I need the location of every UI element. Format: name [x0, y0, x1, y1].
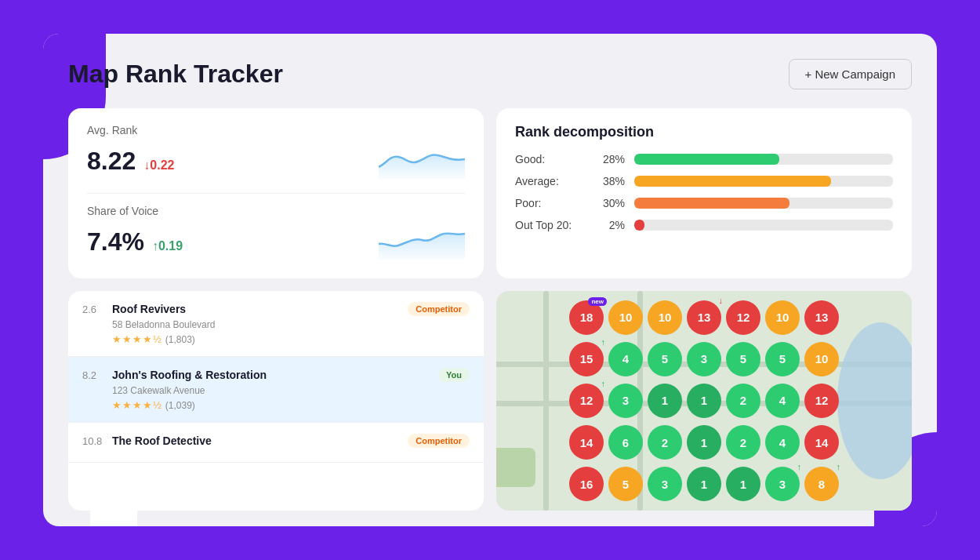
avg-rank-sparkline — [379, 140, 465, 182]
biz-name: Roof Revivers — [112, 303, 400, 315]
page-title: Map Rank Tracker — [68, 60, 283, 89]
biz-badge: You — [438, 368, 470, 382]
biz-reviews: (1,803) — [165, 334, 195, 345]
map-dot: 1 — [687, 384, 721, 418]
map-dot: 10 — [804, 342, 839, 376]
business-list-item[interactable]: 8.2 John's Roofing & Restoration You 123… — [68, 357, 484, 423]
business-list-item[interactable]: 10.8 The Roof Detective Competitor — [68, 423, 484, 463]
map-dot: 1 — [648, 384, 682, 418]
biz-badge: Competitor — [408, 434, 470, 448]
decomp-bar-fill — [634, 198, 789, 209]
rank-decomp-title: Rank decomposition — [515, 124, 893, 140]
avg-rank-value-row: 8.22 ↓0.22 — [87, 147, 174, 176]
map-dot-arrow-down: ↓ — [719, 296, 724, 305]
avg-rank-change: ↓0.22 — [143, 158, 174, 173]
map-dot: 2 — [726, 384, 760, 418]
map-dot: 3 — [608, 384, 643, 418]
map-dot: 14 — [569, 425, 604, 460]
map-dot: 6 — [608, 425, 643, 460]
map-dot: 4 — [765, 384, 800, 418]
content-grid: Avg. Rank 8.22 ↓0.22 — [68, 108, 912, 511]
map-dot: 14 — [804, 425, 839, 460]
map-dot: 10 — [608, 300, 643, 335]
share-of-voice-change: ↑0.19 — [152, 239, 183, 253]
decomp-bar-track — [634, 176, 893, 187]
biz-stars: ★★★★½ — [112, 399, 162, 411]
header-row: Map Rank Tracker + New Campaign — [68, 59, 912, 89]
avg-rank-label: Avg. Rank — [87, 124, 465, 136]
biz-stars-row: ★★★★½ (1,039) — [112, 399, 470, 411]
map-dot: 16 — [569, 467, 604, 501]
decomp-row: Average: 38% — [515, 175, 893, 187]
biz-address: 58 Beladonna Boulevard — [112, 319, 470, 330]
map-dot: 3↑ — [765, 467, 800, 501]
map-dot-arrow-up: ↑ — [837, 462, 841, 471]
avg-rank-value: 8.22 — [87, 147, 136, 176]
biz-badge: Competitor — [408, 302, 470, 316]
share-of-voice-value-row: 7.4% ↑0.19 — [87, 227, 183, 256]
decomp-pct: 28% — [595, 153, 625, 165]
decomp-bar-fill — [634, 176, 831, 187]
rank-decomp-rows: Good: 28% Average: 38% Poor: 30% Out Top… — [515, 153, 893, 231]
map-dot: 5 — [648, 342, 682, 376]
share-of-voice-sparkline — [379, 220, 465, 263]
decomp-bar-fill — [634, 154, 779, 165]
share-of-voice-row: 7.4% ↑0.19 — [87, 220, 465, 263]
share-of-voice-value: 7.4% — [87, 227, 144, 256]
map-row: 15↑4535510 — [569, 342, 839, 376]
decomp-bar-track — [634, 154, 893, 165]
list-item-top: 2.6 Roof Revivers Competitor — [82, 302, 470, 316]
decomp-label: Poor: — [515, 197, 586, 209]
map-dot: 4 — [765, 425, 800, 460]
decomp-pct: 30% — [595, 197, 625, 209]
map-dot: 5 — [608, 467, 643, 501]
decomp-bar-fill — [634, 220, 644, 231]
biz-address: 123 Cakewalk Avenue — [112, 385, 470, 396]
list-item-top: 10.8 The Roof Detective Competitor — [82, 434, 470, 448]
map-dot: 5 — [765, 342, 800, 376]
map-dot: 1 — [687, 467, 721, 501]
decomp-bar-track — [634, 220, 893, 231]
biz-reviews: (1,039) — [165, 400, 195, 411]
map-dot: 10 — [765, 300, 800, 335]
share-of-voice-label: Share of Voice — [87, 205, 465, 217]
map-panel: 18new101013↓12101315↑453551012↑311241214… — [496, 291, 912, 511]
avg-rank-row: 8.22 ↓0.22 — [87, 140, 465, 182]
map-row: 18new101013↓121013 — [569, 300, 839, 335]
list-item-top: 8.2 John's Roofing & Restoration You — [82, 368, 470, 382]
map-dot: 15↑ — [569, 342, 604, 376]
map-dot-new-badge: new — [588, 297, 607, 306]
business-list-item[interactable]: 2.6 Roof Revivers Competitor 58 Beladonn… — [68, 291, 484, 357]
card-divider — [87, 193, 465, 194]
map-row: 1653113↑8↑ — [569, 467, 839, 501]
map-dot: 18new — [569, 300, 604, 335]
map-dot: 10 — [648, 300, 682, 335]
rank-decomp-card: Rank decomposition Good: 28% Average: 38… — [496, 108, 912, 278]
decomp-row: Out Top 20: 2% — [515, 219, 893, 231]
decomp-bar-track — [634, 198, 893, 209]
main-card: Map Rank Tracker + New Campaign Avg. Ran… — [43, 34, 937, 526]
share-of-voice-block: Share of Voice 7.4% ↑0.19 — [87, 205, 465, 263]
map-dot-arrow-up: ↑ — [797, 462, 802, 471]
map-dot: 4 — [608, 342, 643, 376]
map-dot: 12↑ — [569, 384, 604, 418]
map-dot: 5 — [726, 342, 760, 376]
decomp-pct: 38% — [595, 175, 625, 187]
map-dot: 2 — [726, 425, 760, 460]
map-dot: 13 — [804, 300, 839, 335]
new-campaign-button[interactable]: + New Campaign — [789, 59, 912, 89]
map-grid: 18new101013↓12101315↑453551012↑311241214… — [496, 291, 912, 511]
biz-name: John's Roofing & Restoration — [112, 369, 430, 381]
map-dot: 12 — [804, 384, 839, 418]
map-dot: 2 — [648, 425, 682, 460]
map-dot: 8↑ — [804, 467, 839, 501]
map-dot: 1 — [687, 425, 721, 460]
map-dot: 13↓ — [687, 300, 721, 335]
map-dot-arrow-up: ↑ — [601, 379, 606, 388]
decomp-label: Good: — [515, 153, 586, 165]
map-dot: 1 — [726, 467, 760, 501]
decomp-row: Poor: 30% — [515, 197, 893, 209]
decomp-row: Good: 28% — [515, 153, 893, 165]
biz-stars: ★★★★½ — [112, 333, 162, 345]
business-list-panel: 2.6 Roof Revivers Competitor 58 Beladonn… — [68, 291, 484, 511]
